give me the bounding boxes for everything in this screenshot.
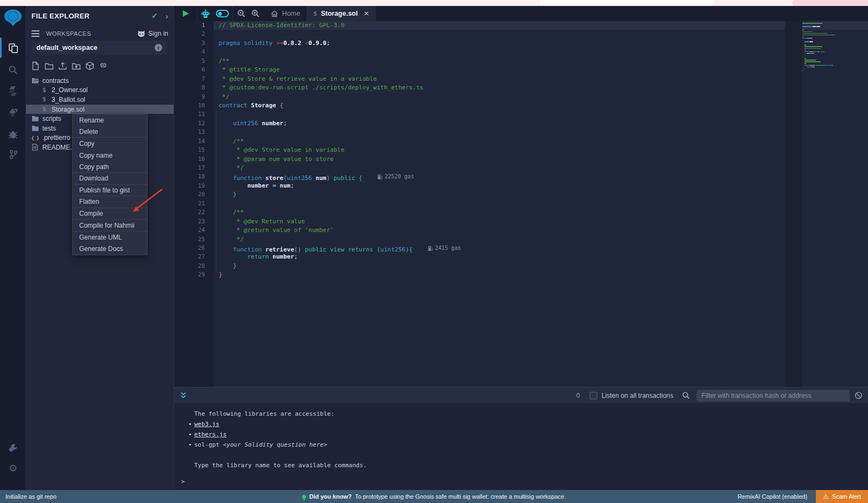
file-icon <box>31 144 39 151</box>
context-menu-item-copy-path[interactable]: Copy path <box>73 161 147 173</box>
sol-icon: S <box>40 87 48 93</box>
terminal-output[interactable]: The following libraries are accessible:w… <box>174 403 868 490</box>
context-menu-item-compile-for-nahmii[interactable]: Compile for Nahmii <box>73 220 147 231</box>
library-link[interactable]: ethers.js <box>194 431 227 438</box>
code-line-14: /** <box>219 137 803 146</box>
run-script-button[interactable] <box>174 6 197 21</box>
terminal-intro-lines: The following libraries are accessible:w… <box>174 403 868 470</box>
terminal-prompt[interactable]: > <box>181 478 185 485</box>
context-menu-item-rename[interactable]: Rename <box>73 114 147 126</box>
gas-estimate-badge: 2415 gas <box>428 244 461 253</box>
new-folder-icon[interactable] <box>44 61 54 70</box>
editor-minimap[interactable] <box>802 23 862 88</box>
expand-terminal-icon[interactable] <box>180 391 187 399</box>
tree-item-contracts[interactable]: contracts <box>26 76 174 86</box>
chevron-right-icon[interactable]: › <box>165 11 168 21</box>
workspace-select[interactable]: default_workspace ▲▼ <box>31 41 167 55</box>
line-number: 12 <box>174 119 214 128</box>
context-menu-item-delete[interactable]: Delete <box>73 126 147 138</box>
browser-strip-highlight <box>540 0 713 6</box>
tree-item-3-ballot-sol[interactable]: S3_Ballot.sol <box>26 95 174 105</box>
context-menu-item-generate-uml[interactable]: Generate UML <box>73 231 147 243</box>
code-line-15: * @dev Store value in variable <box>219 146 803 154</box>
upload-folder-icon[interactable] <box>72 61 81 70</box>
code-line-23: * @dev Return value <box>219 217 803 226</box>
close-tab-icon[interactable]: ✕ <box>363 10 369 17</box>
sol-icon: S <box>40 96 48 102</box>
tab-home[interactable]: Home <box>264 6 307 21</box>
line-number: 9 <box>174 93 214 101</box>
upload-file-icon[interactable] <box>58 61 67 70</box>
library-link[interactable]: web3.js <box>194 421 219 428</box>
remixai-robot-icon[interactable] <box>201 9 210 18</box>
code-line-6: * @title Storage <box>219 66 803 74</box>
context-menu-item-download[interactable]: Download <box>73 173 147 185</box>
line-number: 1 <box>174 21 214 30</box>
clear-console-icon[interactable] <box>854 391 863 399</box>
context-menu-item-copy-name[interactable]: Copy name <box>73 150 147 162</box>
tree-item-label: tests <box>42 125 56 132</box>
line-number: 28 <box>174 262 214 270</box>
git-icon[interactable] <box>0 145 26 164</box>
code-line-9: */ <box>219 93 803 101</box>
browser-strip-pill <box>792 0 868 6</box>
scam-alert-button[interactable]: ⚠ Scam Alert <box>816 490 868 503</box>
indent-guide <box>216 111 216 271</box>
context-menu-item-flatten[interactable]: Flatten <box>73 196 147 208</box>
terminal-search-icon[interactable] <box>682 391 690 399</box>
code-line-3: pragma solidity >=0.8.2 <0.9.0; <box>219 39 803 48</box>
listen-transactions-checkbox[interactable] <box>590 392 597 399</box>
context-menu-item-copy[interactable]: Copy <box>73 138 147 150</box>
tree-item-2-owner-sol[interactable]: S2_Owner.sol <box>26 86 174 95</box>
status-bar: Initialize as git repo Did you know? To … <box>0 490 868 503</box>
context-menu-item-publish-file-to-gist[interactable]: Publish file to gist <box>73 185 147 197</box>
editor-scrollbar[interactable] <box>785 21 802 387</box>
cube-icon[interactable] <box>85 61 94 70</box>
terminal-blank-line <box>174 450 868 460</box>
deploy-and-run-icon[interactable] <box>0 103 26 122</box>
home-icon <box>271 10 278 17</box>
line-number: 19 <box>174 182 214 190</box>
plugin-manager-icon[interactable] <box>0 438 26 457</box>
code-line-20: } <box>219 190 803 199</box>
line-number: 25 <box>174 235 214 244</box>
file-context-menu: RenameDeleteCopyCopy nameCopy pathDownlo… <box>72 114 148 255</box>
code-line-21 <box>219 199 803 208</box>
terminal-text-line: The following libraries are accessible: <box>174 409 868 419</box>
context-menu-item-generate-docs[interactable]: Generate Docs <box>73 243 147 255</box>
init-git-repo-button[interactable]: Initialize as git repo <box>5 493 56 500</box>
context-menu-item-compile[interactable]: Compile <box>73 208 147 220</box>
file-actions-toolbar <box>31 61 108 70</box>
code-editor[interactable]: 1234567891011121314151617181920212223242… <box>174 21 868 387</box>
solidity-compiler-icon[interactable] <box>0 81 26 101</box>
line-number: 4 <box>174 48 214 56</box>
code-line-11 <box>219 110 803 119</box>
activity-bar: ⚙ <box>0 6 26 490</box>
code-line-13 <box>219 128 803 137</box>
warning-icon: ⚠ <box>823 493 829 500</box>
code-line-28: } <box>219 262 803 270</box>
remixai-toggle[interactable] <box>216 10 229 17</box>
transaction-filter-input[interactable] <box>697 390 850 402</box>
workspaces-menu-icon[interactable] <box>31 30 40 37</box>
tree-item-label: contracts <box>42 77 69 85</box>
link-icon[interactable] <box>99 61 108 70</box>
zoom-in-icon[interactable] <box>251 9 260 18</box>
new-file-icon[interactable] <box>31 61 40 70</box>
terminal-text-line: Type the library name to see available c… <box>174 460 868 470</box>
line-number: 17 <box>174 164 214 172</box>
github-sign-in-button[interactable]: Sign in <box>137 30 168 37</box>
line-number: 7 <box>174 75 214 83</box>
line-number: 10 <box>174 101 214 110</box>
tree-item-storage-sol[interactable]: SStorage.sol <box>26 105 174 114</box>
settings-gear-icon[interactable]: ⚙ <box>0 459 26 478</box>
search-icon[interactable] <box>0 60 26 80</box>
check-icon: ✓ <box>151 11 158 20</box>
zoom-out-icon[interactable] <box>237 9 246 18</box>
line-number: 26 <box>174 244 214 253</box>
file-explorer-icon[interactable] <box>0 38 26 57</box>
tab-storage-sol[interactable]: S Storage.sol ✕ <box>307 6 375 21</box>
debugger-icon[interactable] <box>0 125 26 144</box>
terminal-library-link-web3-js: web3.js <box>174 419 868 429</box>
line-number: 2 <box>174 30 214 38</box>
